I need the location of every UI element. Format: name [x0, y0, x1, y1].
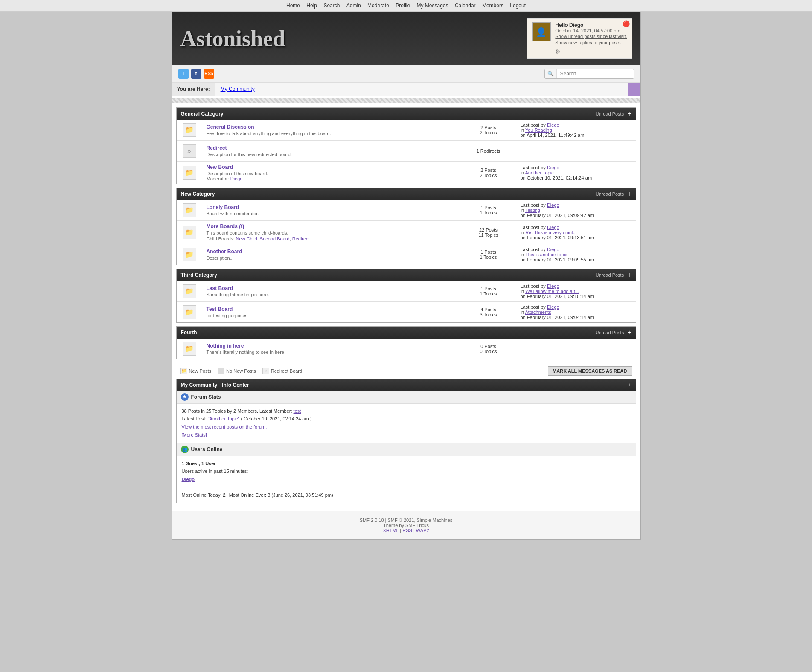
board-info-cell: Last Board Something Interesting in here… — [202, 283, 461, 300]
board-name[interactable]: Lonely Board — [207, 204, 239, 210]
user-date: October 14, 2021, 04:57:00 pm — [555, 28, 627, 33]
lastpost-by-link[interactable]: Diego — [547, 284, 559, 289]
category-title-new-category: New Category — [181, 191, 215, 197]
info-center: My Community - Info Center + ★ Forum Sta… — [176, 379, 636, 503]
breadcrumb-path[interactable]: My Community — [215, 83, 628, 96]
board-desc: Board with no moderator. — [207, 211, 457, 216]
latest-post-date: ( October 10, 2021, 02:14:24 am ) — [241, 416, 312, 421]
twitter-icon[interactable]: T — [178, 69, 189, 79]
nav-home[interactable]: Home — [286, 3, 300, 9]
no-new-posts-label: No New Posts — [226, 368, 256, 374]
child-board-link[interactable]: Redirect — [292, 236, 310, 241]
redirect-board-label: Redirect Board — [271, 368, 302, 374]
board-lastpost-cell: Last post by Diego in Re: This is a very… — [516, 222, 636, 243]
collapse-button-fourth[interactable]: + — [627, 329, 631, 336]
rss-icon[interactable]: RSS — [204, 69, 214, 79]
lastpost-in-link[interactable]: Another Topic — [525, 170, 554, 175]
lastpost-by-link[interactable]: Diego — [547, 122, 559, 127]
lastpost-in-link[interactable]: Attachments — [525, 310, 551, 315]
recent-posts-link[interactable]: View the most recent posts on the forum. — [182, 424, 267, 429]
footer-rss-link[interactable]: RSS — [402, 528, 412, 533]
more-stats-link[interactable]: [More Stats] — [182, 432, 207, 437]
footer-wap2-link[interactable]: WAP2 — [416, 528, 429, 533]
unread-posts-label-fourth: Unread Posts — [596, 330, 624, 335]
board-posts: 2 Posts — [463, 168, 514, 173]
redirect-icon: » — [262, 368, 269, 374]
collapse-button-third-category[interactable]: + — [627, 272, 631, 278]
footer-xhtml-link[interactable]: XHTML — [383, 528, 399, 533]
board-name[interactable]: Nothing in here — [207, 343, 244, 349]
site-header: Astonished 👤 Hello Diego October 14, 202… — [172, 12, 640, 65]
board-posts: 22 Posts — [463, 227, 514, 232]
lastpost-by-link[interactable]: Diego — [547, 203, 559, 208]
category-block-general: General Category Unread Posts + 📁 Genera… — [176, 107, 636, 184]
nav-profile[interactable]: Profile — [396, 3, 410, 9]
latest-post-link[interactable]: "Another Topic" — [208, 416, 240, 421]
board-desc: Description of this new board. — [207, 171, 457, 176]
board-icon-cell: » — [177, 141, 202, 161]
board-name[interactable]: General Discussion — [207, 124, 254, 130]
close-icon[interactable]: 🔴 — [623, 20, 630, 27]
categories-container: General Category Unread Posts + 📁 Genera… — [176, 107, 636, 359]
board-lastpost-cell — [516, 148, 636, 154]
lastpost-on: on February 01, 2021, 09:13:51 am — [521, 235, 594, 240]
lastpost-on: on February 01, 2021, 09:09:42 am — [521, 213, 594, 218]
lastpost-by-label: Last post by — [521, 225, 547, 230]
lastpost-by-link[interactable]: Diego — [547, 165, 559, 170]
lastpost-by-link[interactable]: Diego — [547, 304, 559, 310]
board-posts: 4 Posts — [463, 307, 514, 312]
collapse-button-general[interactable]: + — [627, 110, 631, 117]
search-input[interactable] — [557, 69, 634, 78]
new-posts-label: New Posts — [189, 368, 212, 374]
lastpost-in-link[interactable]: You Reading — [525, 127, 552, 133]
board-name[interactable]: More Boards (t) — [207, 223, 244, 229]
lastpost-in-link[interactable]: Re: This is a very unint... — [525, 230, 577, 235]
board-name[interactable]: Last Board — [207, 285, 233, 291]
board-name[interactable]: Redirect — [207, 145, 227, 151]
board-desc: Something Interesting in here. — [207, 292, 457, 297]
nav-admin[interactable]: Admin — [346, 3, 361, 9]
site-title: Astonished — [180, 26, 285, 51]
lastpost-by-link[interactable]: Diego — [547, 247, 559, 252]
board-posts: 1 Posts — [463, 286, 514, 291]
latest-member-link[interactable]: test — [294, 408, 301, 414]
board-name[interactable]: New Board — [207, 164, 233, 170]
new-replies-link[interactable]: Show new replies to your posts. — [555, 40, 621, 45]
child-board-link[interactable]: New Child — [236, 236, 257, 241]
forum-stats-section: ★ Forum Stats 38 Posts in 25 Topics by 2… — [177, 391, 636, 443]
lastpost-in-link[interactable]: This is another topic — [525, 252, 567, 257]
moderator-link[interactable]: Diego — [230, 176, 243, 181]
unread-posts-label-general: Unread Posts — [596, 111, 624, 116]
info-center-collapse-icon[interactable]: + — [628, 382, 631, 388]
lastpost-in-link[interactable]: Testing — [525, 208, 540, 213]
nav-logout[interactable]: Logout — [510, 3, 526, 9]
lastpost-in-label: in — [521, 170, 525, 175]
lastpost-by-label: Last post by — [521, 122, 547, 127]
board-name[interactable]: Another Board — [207, 249, 242, 255]
no-new-posts-legend: No New Posts — [218, 368, 256, 374]
lastpost-in-link[interactable]: Well allow me to add a t... — [525, 289, 579, 294]
board-topics: 2 Topics — [463, 173, 514, 178]
gear-icon[interactable]: ⚙ — [555, 48, 561, 55]
breadcrumb-link[interactable]: My Community — [221, 86, 255, 92]
board-info-cell: Another Board Description... — [202, 246, 461, 263]
facebook-icon[interactable]: f — [191, 69, 201, 79]
content-area: General Category Unread Posts + 📁 Genera… — [172, 105, 640, 511]
nav-moderate[interactable]: Moderate — [367, 3, 389, 9]
mark-all-read-button[interactable]: MARK ALL MESSAGES AS READ — [548, 366, 632, 376]
collapse-button-new-category[interactable]: + — [627, 191, 631, 197]
board-lastpost-cell: Last post by Diego in Well allow me to a… — [516, 281, 636, 301]
lastpost-by-link[interactable]: Diego — [547, 225, 559, 230]
board-icon-cell: 📁 — [177, 281, 202, 301]
unread-posts-link[interactable]: Show unread posts since last visit. — [555, 34, 627, 39]
board-name[interactable]: Test Board — [207, 306, 233, 312]
active-user-link[interactable]: Diego — [182, 477, 195, 482]
lastpost-in-label: in — [521, 208, 525, 213]
nav-calendar[interactable]: Calendar — [455, 3, 476, 9]
nav-members[interactable]: Members — [482, 3, 503, 9]
nav-help[interactable]: Help — [306, 3, 317, 9]
lastpost-in-label: in — [521, 127, 525, 133]
nav-search[interactable]: Search — [323, 3, 340, 9]
nav-my-messages[interactable]: My Messages — [417, 3, 448, 9]
child-board-link[interactable]: Second Board — [260, 236, 290, 241]
